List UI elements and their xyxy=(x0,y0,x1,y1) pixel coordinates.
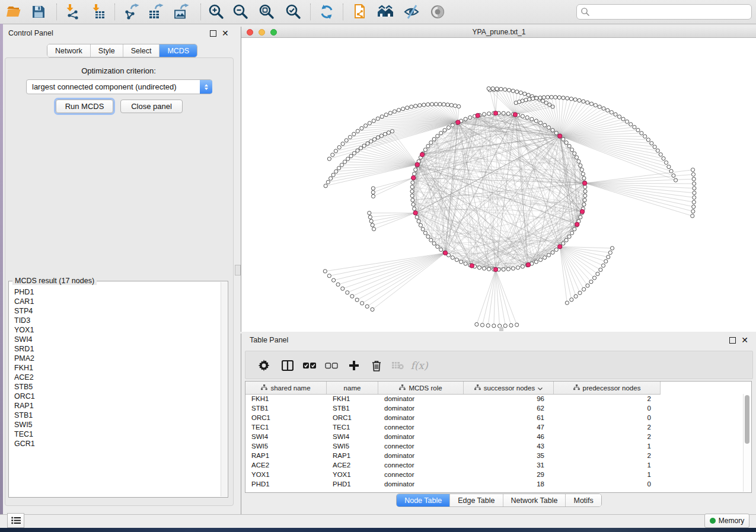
network-view-window[interactable]: YPA_prune.txt_1 xyxy=(241,27,756,332)
cell-MCDS-role[interactable]: connector xyxy=(378,443,464,450)
cell-name[interactable]: PHD1 xyxy=(327,480,378,488)
cell-shared-name[interactable]: SWI4 xyxy=(245,433,327,440)
cell-name[interactable]: TEC1 xyxy=(327,424,378,431)
delete-column-trash-icon[interactable] xyxy=(368,357,385,374)
add-column-icon[interactable] xyxy=(345,357,363,374)
cell-MCDS-role[interactable]: dominator xyxy=(378,414,464,421)
cell-predecessor-nodes[interactable]: 2 xyxy=(554,433,661,440)
hide-details-icon[interactable] xyxy=(403,3,420,21)
cell-MCDS-role[interactable]: connector xyxy=(378,424,464,431)
zoom-out-icon[interactable] xyxy=(232,3,250,21)
cell-successor-nodes[interactable]: 62 xyxy=(464,405,554,412)
import-table-icon[interactable] xyxy=(90,3,107,21)
zoom-fit-icon[interactable] xyxy=(258,3,276,21)
zoom-in-icon[interactable] xyxy=(208,3,225,21)
run-mcds-button[interactable]: Run MCDS xyxy=(56,100,113,113)
cell-shared-name[interactable]: STB1 xyxy=(245,405,327,412)
function-builder-icon[interactable]: f(x) xyxy=(410,357,428,374)
network-document-icon[interactable] xyxy=(350,3,368,21)
table-row[interactable]: SWI4SWI4dominator462 xyxy=(245,432,743,441)
export-image-icon[interactable] xyxy=(173,3,190,21)
cell-successor-nodes[interactable]: 47 xyxy=(464,424,554,431)
refresh-layout-icon[interactable] xyxy=(318,3,336,21)
scrollbar-thumb[interactable] xyxy=(745,395,749,444)
mcds-result-item[interactable]: SRD1 xyxy=(14,344,221,354)
show-details-icon[interactable] xyxy=(429,3,446,21)
cell-predecessor-nodes[interactable]: 1 xyxy=(554,471,661,478)
mcds-result-item[interactable]: STP4 xyxy=(14,306,221,316)
column-header-predecessor-nodes[interactable]: predecessor nodes xyxy=(554,382,661,394)
cell-name[interactable]: ORC1 xyxy=(327,414,378,421)
cell-predecessor-nodes[interactable]: 0 xyxy=(554,414,661,421)
cell-predecessor-nodes[interactable]: 2 xyxy=(554,395,661,402)
cell-successor-nodes[interactable]: 18 xyxy=(464,480,554,488)
table-row[interactable]: TEC1TEC1connector472 xyxy=(245,422,743,432)
cell-predecessor-nodes[interactable]: 1 xyxy=(554,443,661,450)
cell-successor-nodes[interactable]: 29 xyxy=(464,471,554,478)
mcds-result-item[interactable]: YOX1 xyxy=(14,325,221,335)
cell-shared-name[interactable]: FKH1 xyxy=(245,395,327,402)
import-network-icon[interactable] xyxy=(63,3,81,21)
mcds-result-item[interactable]: STB1 xyxy=(14,411,221,420)
cell-MCDS-role[interactable]: dominator xyxy=(378,480,464,488)
mcds-result-item[interactable]: CAR1 xyxy=(14,297,221,306)
cell-name[interactable]: YOX1 xyxy=(327,471,378,478)
tab-network[interactable]: Network xyxy=(47,44,91,57)
cell-MCDS-role[interactable]: dominator xyxy=(378,433,464,440)
mcds-result-item[interactable]: SWI4 xyxy=(14,335,221,344)
cell-shared-name[interactable]: YOX1 xyxy=(245,471,327,478)
tab-node-table[interactable]: Node Table xyxy=(397,494,450,507)
table-scrollbar[interactable] xyxy=(743,394,751,492)
deselect-all-checkboxes-icon[interactable] xyxy=(323,357,340,374)
mcds-result-item[interactable]: RAP1 xyxy=(14,401,221,411)
export-table-icon[interactable] xyxy=(147,3,165,21)
vertical-splitter-handle[interactable] xyxy=(235,265,241,275)
mcds-result-item[interactable]: PHD1 xyxy=(14,287,221,297)
column-layout-icon[interactable] xyxy=(279,357,296,374)
cell-predecessor-nodes[interactable]: 2 xyxy=(554,424,661,431)
cell-successor-nodes[interactable]: 35 xyxy=(464,452,554,459)
cell-successor-nodes[interactable]: 61 xyxy=(464,414,554,421)
table-row[interactable]: STB1STB1dominator620 xyxy=(245,403,743,413)
table-row[interactable]: PHD1PHD1dominator180 xyxy=(245,479,743,489)
cell-successor-nodes[interactable]: 31 xyxy=(464,462,554,469)
cell-shared-name[interactable]: ACE2 xyxy=(245,462,327,469)
mcds-result-item[interactable]: STB5 xyxy=(14,382,221,392)
tab-network-table[interactable]: Network Table xyxy=(503,494,566,507)
table-row[interactable]: SWI5SWI5connector431 xyxy=(245,441,743,451)
memory-button[interactable]: Memory xyxy=(704,514,749,528)
cell-shared-name[interactable]: TEC1 xyxy=(245,424,327,431)
cell-name[interactable]: STB1 xyxy=(327,405,378,412)
cell-predecessor-nodes[interactable]: 2 xyxy=(554,452,661,459)
mcds-result-item[interactable]: TID3 xyxy=(14,316,221,325)
close-icon[interactable]: ✕ xyxy=(741,338,748,343)
table-row[interactable]: ORC1ORC1dominator610 xyxy=(245,413,743,422)
search-input[interactable] xyxy=(590,6,751,18)
mcds-result-item[interactable]: ORC1 xyxy=(14,392,221,401)
tab-motifs[interactable]: Motifs xyxy=(566,494,601,507)
close-icon[interactable]: ✕ xyxy=(222,31,229,36)
cell-predecessor-nodes[interactable]: 0 xyxy=(554,405,661,412)
column-header-MCDS-role[interactable]: MCDS role xyxy=(378,382,464,394)
cell-predecessor-nodes[interactable]: 1 xyxy=(554,462,661,469)
search-field[interactable] xyxy=(576,4,752,20)
cell-successor-nodes[interactable]: 96 xyxy=(464,395,554,402)
tab-select[interactable]: Select xyxy=(123,44,160,57)
column-header-shared-name[interactable]: shared name xyxy=(245,382,327,394)
table-row[interactable]: RAP1RAP1dominator352 xyxy=(245,451,743,460)
column-header-name[interactable]: name xyxy=(327,382,378,394)
cell-shared-name[interactable]: SWI5 xyxy=(245,443,327,450)
cell-name[interactable]: FKH1 xyxy=(327,395,378,402)
scrollbar[interactable] xyxy=(221,282,227,496)
cell-MCDS-role[interactable]: connector xyxy=(378,471,464,478)
column-header-successor-nodes[interactable]: successor nodes xyxy=(464,382,554,394)
mcds-result-item[interactable]: ACE2 xyxy=(14,373,221,382)
table-row[interactable]: YOX1YOX1connector291 xyxy=(245,470,743,479)
table-settings-gear-icon[interactable] xyxy=(255,357,273,374)
zoom-selected-icon[interactable] xyxy=(285,3,302,21)
export-network-icon[interactable] xyxy=(123,3,141,21)
open-file-icon[interactable] xyxy=(5,3,23,21)
home-networks-icon[interactable] xyxy=(377,3,394,21)
float-window-icon[interactable] xyxy=(729,337,736,344)
optimization-criterion-select[interactable]: largest connected component (undirected) xyxy=(26,79,212,94)
